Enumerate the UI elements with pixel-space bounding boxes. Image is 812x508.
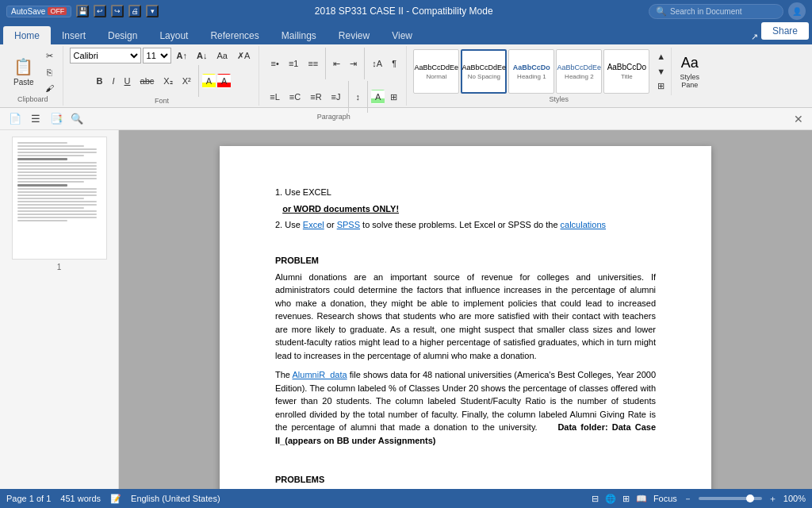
close-nav-button[interactable]: ✕	[791, 112, 806, 126]
zoom-slider[interactable]	[699, 497, 762, 500]
bullets-button[interactable]: ≡•	[267, 56, 283, 71]
nav-list-button[interactable]: ☰	[27, 110, 44, 128]
numbering-button[interactable]: ≡1	[285, 56, 303, 71]
strikethrough-button[interactable]: abc	[136, 74, 159, 88]
style-heading1[interactable]: AaBbCcDo Heading 1	[508, 49, 554, 94]
styles-scroll-up[interactable]: ▲	[653, 49, 669, 64]
paste-label: Paste	[13, 78, 34, 87]
line-spacing-button[interactable]: ↕	[352, 90, 365, 104]
tab-layout[interactable]: Layout	[148, 26, 199, 44]
print-icon[interactable]: 🖨	[128, 5, 141, 17]
para-sep1	[325, 48, 326, 79]
tab-home[interactable]: Home	[3, 26, 51, 44]
doc-area[interactable]: 1. Use EXCEL or WORD documents ONLY! 2. …	[119, 130, 812, 489]
tab-review[interactable]: Review	[327, 26, 381, 44]
tab-view[interactable]: View	[381, 26, 423, 44]
ribbon: 📋 Paste ✂ ⎘ 🖌 Clipboard Calibri 11 A↑ A↓…	[0, 44, 812, 108]
undo-icon[interactable]: ↩	[94, 5, 106, 17]
view-outline-icon[interactable]: ⊞	[622, 494, 630, 504]
align-right-button[interactable]: ≡R	[306, 90, 325, 104]
problem-heading: PROBLEM	[275, 254, 656, 267]
title-bar-left: AutoSave OFF 💾 ↩ ↪ 🖨 ▾	[6, 5, 159, 17]
styles-scroll-down[interactable]: ▼	[653, 64, 669, 79]
style-title-text: AaBbCcDo	[607, 63, 646, 71]
clear-format-button[interactable]: ✗A	[233, 48, 254, 64]
find-button[interactable]: 🔍	[68, 110, 86, 128]
cut-button[interactable]: ✂	[41, 48, 58, 64]
main-area: 1 1. Use EXCEL or WORD documents ONLY! 2…	[0, 130, 812, 489]
doc-line2: or WORD documents ONLY!	[275, 202, 656, 216]
thumb-content	[13, 137, 106, 259]
decrease-indent-button[interactable]: ⇤	[329, 56, 344, 71]
tab-insert[interactable]: Insert	[51, 26, 97, 44]
save-icon[interactable]: 💾	[76, 5, 89, 17]
word-count: 451 words	[60, 494, 101, 503]
redo-icon[interactable]: ↪	[111, 5, 124, 17]
bold-button[interactable]: B	[93, 74, 107, 88]
autosave-state: OFF	[48, 7, 67, 15]
view-reading-icon[interactable]: 📖	[636, 494, 647, 504]
underline-button[interactable]: U	[121, 74, 135, 88]
autosave-button[interactable]: AutoSave OFF	[6, 6, 71, 17]
font-color-button[interactable]: A	[217, 74, 231, 88]
paragraph-label: Paragraph	[317, 113, 350, 122]
style-heading1-label: Heading 1	[517, 73, 546, 80]
align-left-button[interactable]: ≡L	[266, 90, 284, 104]
tab-design[interactable]: Design	[97, 26, 148, 44]
font-group: Calibri 11 A↑ A↓ Aa ✗A B I U abc X₂ X² A…	[65, 46, 260, 106]
page-thumbnail[interactable]	[12, 137, 107, 260]
outline-button[interactable]: 📑	[48, 110, 65, 128]
new-doc-button[interactable]: 📄	[6, 110, 24, 128]
share-button[interactable]: Share	[761, 22, 809, 40]
font-size-selector[interactable]: 11	[143, 48, 171, 64]
tab-references[interactable]: References	[199, 26, 270, 44]
search-box[interactable]: 🔍 Search in Document	[649, 4, 783, 19]
borders-button[interactable]: ⊞	[386, 90, 401, 105]
clipboard-row: 📋 Paste ✂ ⎘ 🖌	[8, 48, 58, 95]
shading-button[interactable]: A	[371, 90, 385, 104]
zoom-minus-icon[interactable]: －	[684, 493, 692, 505]
thumb-line	[17, 158, 68, 160]
font-family-selector[interactable]: Calibri	[70, 48, 141, 64]
paste-button[interactable]: 📋 Paste	[8, 48, 40, 95]
focus-label: Focus	[653, 494, 677, 503]
customize-icon[interactable]: ▾	[146, 5, 159, 17]
status-right: ⊟ 🌐 ⊞ 📖 Focus － ＋ 100%	[592, 493, 806, 505]
superscript-button[interactable]: X²	[178, 74, 195, 88]
style-heading2[interactable]: AaBbCcDdEe Heading 2	[556, 49, 602, 94]
highlight-button[interactable]: A	[202, 74, 216, 88]
view-web-icon[interactable]: 🌐	[605, 494, 616, 504]
format-painter-button[interactable]: 🖌	[41, 81, 58, 95]
shrink-font-button[interactable]: A↓	[193, 48, 211, 63]
style-title[interactable]: AaBbCcDo Title	[603, 49, 649, 94]
thumb-line	[17, 152, 98, 153]
view-normal-icon[interactable]: ⊟	[592, 494, 599, 504]
styles-expand[interactable]: ⊞	[653, 79, 669, 94]
change-case-button[interactable]: Aa	[213, 48, 231, 63]
align-center-button[interactable]: ≡C	[285, 90, 304, 104]
grow-font-button[interactable]: A↑	[173, 48, 191, 63]
thumb-line	[17, 181, 85, 183]
sort-button[interactable]: ↕A	[368, 56, 386, 71]
copy-button[interactable]: ⎘	[41, 65, 58, 79]
search-icon: 🔍	[656, 6, 667, 17]
italic-button[interactable]: I	[109, 74, 119, 88]
font-row1: Calibri 11 A↑ A↓ Aa ✗A	[70, 48, 255, 64]
multilevel-button[interactable]: ≡≡	[304, 56, 322, 71]
style-no-spacing[interactable]: AaBbCcDdEe No Spacing	[461, 49, 507, 94]
tab-mailings[interactable]: Mailings	[270, 26, 327, 44]
thumb-line	[17, 217, 98, 218]
justify-button[interactable]: ≡J	[327, 90, 345, 104]
search-placeholder: Search in Document	[670, 7, 742, 16]
nav-panel: 1	[0, 130, 119, 489]
subscript-button[interactable]: X₂	[159, 74, 176, 89]
user-avatar[interactable]: 👤	[788, 2, 806, 20]
increase-indent-button[interactable]: ⇥	[346, 56, 361, 71]
styles-pane-label: StylesPane	[680, 73, 699, 89]
paragraph-row1: ≡• ≡1 ≡≡ ⇤ ⇥ ↕A ¶	[267, 48, 400, 79]
show-formatting-button[interactable]: ¶	[388, 56, 400, 71]
zoom-plus-icon[interactable]: ＋	[768, 493, 777, 505]
thumb-line	[17, 184, 68, 187]
zoom-level: 100%	[783, 494, 806, 503]
style-normal[interactable]: AaBbCcDdEe Normal	[413, 49, 459, 94]
